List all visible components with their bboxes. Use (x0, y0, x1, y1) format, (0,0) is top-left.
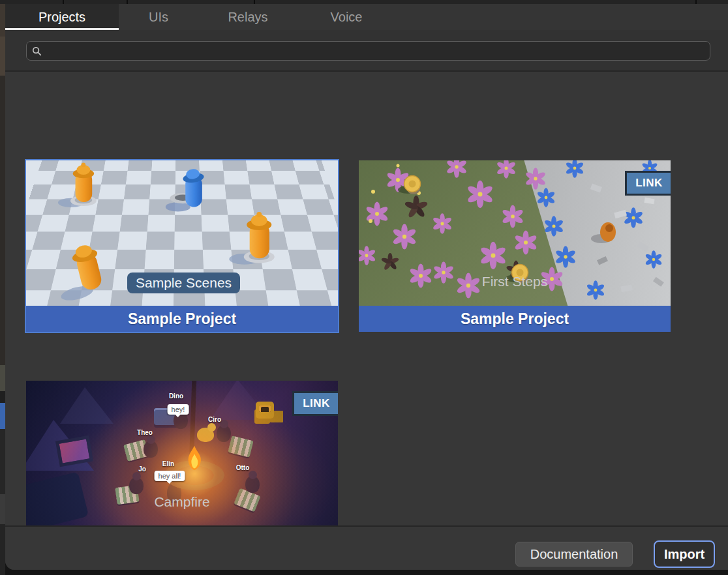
project-card-sample-scenes[interactable]: Sample Project (25, 159, 339, 333)
card-title-strip: Sample Project (26, 306, 338, 332)
chat-bubble: hey! (168, 404, 189, 415)
player-name: Dino (169, 392, 183, 400)
import-button[interactable]: Import (654, 540, 715, 568)
footer-bar: Documentation Import (5, 525, 728, 570)
card-title: Sample Project (128, 310, 236, 328)
tab-relays[interactable]: Relays (198, 4, 297, 30)
tab-bar: Projects UIs Relays Voice (5, 4, 728, 30)
player-name: Elin (162, 460, 174, 467)
background-blue-item (0, 403, 5, 429)
orange-character (591, 222, 616, 243)
card-title: Sample Project (461, 310, 569, 328)
campfire-flame (183, 445, 206, 477)
card-name-first-steps: First Steps (359, 274, 671, 289)
tab-voice[interactable]: Voice (297, 4, 395, 30)
orange-juicer-2 (229, 212, 274, 265)
background-window-left-edge (0, 4, 5, 575)
blue-juicer (166, 168, 205, 211)
tab-uis[interactable]: UIs (119, 4, 198, 30)
card-title-strip: Sample Project (359, 306, 671, 332)
search-section (5, 30, 728, 72)
card-name-sample-scenes[interactable]: Sample Scenes (127, 273, 240, 293)
search-box[interactable] (26, 41, 710, 61)
projects-panel: Projects UIs Relays Voice (5, 4, 728, 570)
link-badge: LINK (625, 171, 671, 196)
search-icon (32, 46, 42, 56)
card-name-campfire: Campfire (26, 494, 338, 510)
orange-juicer-3 (50, 243, 107, 303)
player-name: Ciro (208, 416, 221, 423)
search-input[interactable] (46, 46, 705, 57)
player-name: Theo (137, 429, 153, 436)
chat-bubble: hey all! (155, 471, 185, 481)
player-name: Otto (236, 464, 250, 471)
project-grid: Sample Project Sample Scenes (5, 73, 728, 525)
tab-projects[interactable]: Projects (5, 4, 119, 30)
project-card-first-steps[interactable]: LINK Sample Project (359, 160, 671, 332)
documentation-button[interactable]: Documentation (515, 542, 633, 567)
link-badge: LINK (292, 391, 338, 416)
orange-juicer-1 (58, 163, 97, 207)
player-name: Jo (138, 465, 146, 473)
